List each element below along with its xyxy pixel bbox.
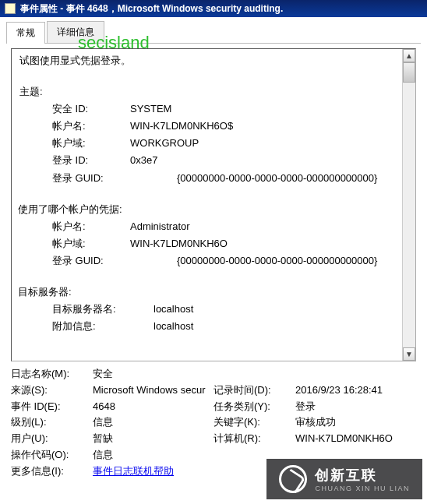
scroll-down-button[interactable]: ▼ <box>403 347 415 361</box>
label: 事件 ID(E): <box>11 399 93 415</box>
help-link[interactable]: 事件日志联机帮助 <box>93 463 174 480</box>
value: {00000000-0000-0000-0000-000000000000} <box>177 252 377 270</box>
label: 安全 ID: <box>52 100 130 118</box>
more-info: 更多信息(I): 事件日志联机帮助 <box>11 463 214 480</box>
scrollbar[interactable]: ▲ ▼ <box>402 49 415 361</box>
label: 用户(U): <box>11 431 93 447</box>
scroll-thumb[interactable] <box>403 62 415 83</box>
target-server-heading: 目标服务器: <box>18 284 408 301</box>
window-title: 事件属性 - 事件 4648，Microsoft Windows securit… <box>20 2 283 16</box>
value: 安全 <box>93 366 113 382</box>
value: 0x3e7 <box>130 152 157 169</box>
label: 附加信息: <box>52 318 154 335</box>
app-icon <box>5 3 16 14</box>
used-account-name: 帐户名: Administrator <box>19 218 408 235</box>
opcode: 操作代码(O): 信息 <box>11 447 214 463</box>
brand-mark-icon <box>279 465 307 493</box>
used-account-logon-guid: 登录 GUID: {00000000-0000-0000-0000-000000… <box>19 252 408 270</box>
task-category: 任务类别(Y): 登录 <box>214 399 416 415</box>
subject-logon-id: 登录 ID: 0x3e7 <box>19 152 408 169</box>
value: {00000000-0000-0000-0000-000000000000} <box>177 170 377 187</box>
value: WIN-K7LDM0NKH6O$ <box>130 118 233 135</box>
event-description-pane: 试图使用显式凭据登录。 主题: 安全 ID: SYSTEM 帐户名: WIN-K… <box>11 48 416 361</box>
source: 来源(S): Microsoft Windows secur <box>11 382 214 399</box>
tab-details[interactable]: 详细信息 <box>47 21 104 43</box>
level: 级别(L): 信息 <box>11 414 214 431</box>
subject-heading: 主题: <box>19 83 408 100</box>
subject-logon-guid: 登录 GUID: {00000000-0000-0000-0000-000000… <box>19 170 408 187</box>
label: 任务类别(Y): <box>214 399 295 415</box>
tab-general[interactable]: 常规 <box>6 22 45 44</box>
label: 帐户名: <box>52 118 130 135</box>
label: 帐户域: <box>52 235 130 252</box>
event-id: 事件 ID(E): 4648 <box>11 399 214 415</box>
subject-account-name: 帐户名: WIN-K7LDM0NKH6O$ <box>19 118 408 135</box>
label: 操作代码(O): <box>11 447 93 463</box>
subject-security-id: 安全 ID: SYSTEM <box>19 100 408 118</box>
value: SYSTEM <box>130 100 171 118</box>
label: 记录时间(D): <box>214 382 295 399</box>
used-account-heading: 使用了哪个帐户的凭据: <box>18 201 408 218</box>
brand-overlay: 创新互联 CHUANG XIN HU LIAN <box>266 459 422 499</box>
value: 登录 <box>295 399 316 415</box>
label: 帐户名: <box>52 218 130 235</box>
value: WIN-K7LDM0NKH6O <box>295 431 393 447</box>
label: 来源(S): <box>11 382 93 399</box>
value: Administrator <box>130 218 190 235</box>
target-server-add-info: 附加信息: localhost <box>19 318 408 335</box>
user: 用户(U): 暂缺 <box>11 431 214 447</box>
value: 信息 <box>93 447 113 463</box>
used-account-domain: 帐户域: WIN-K7LDM0NKH6O <box>19 235 408 252</box>
label: 日志名称(M): <box>11 366 93 382</box>
value: WIN-K7LDM0NKH6O <box>130 235 228 252</box>
value: Microsoft Windows secur <box>93 382 205 399</box>
subject-account-domain: 帐户域: WORKGROUP <box>19 135 408 152</box>
label: 目标服务器名: <box>52 301 154 318</box>
scroll-up-button[interactable]: ▲ <box>403 49 415 62</box>
label: 关键字(K): <box>214 414 295 431</box>
label: 更多信息(I): <box>11 463 93 480</box>
brand-text: 创新互联 <box>315 466 410 485</box>
value: localhost <box>154 318 193 335</box>
label: 登录 GUID: <box>52 170 177 187</box>
value: localhost <box>154 301 193 318</box>
value: WORKGROUP <box>130 135 199 152</box>
value: 审核成功 <box>295 414 336 431</box>
tabs: 常规 详细信息 <box>6 21 421 44</box>
computer: 计算机(R): WIN-K7LDM0NKH6O <box>214 431 416 447</box>
label: 登录 GUID: <box>52 252 177 270</box>
label: 计算机(R): <box>214 431 295 447</box>
value: 2016/9/23 16:28:41 <box>295 382 383 399</box>
titlebar: 事件属性 - 事件 4648，Microsoft Windows securit… <box>0 0 427 17</box>
value: 4648 <box>93 399 115 415</box>
label: 级别(L): <box>11 414 93 431</box>
value: 暂缺 <box>93 431 113 447</box>
label: 帐户域: <box>52 135 130 152</box>
log-name: 日志名称(M): 安全 <box>11 366 214 382</box>
intro-text: 试图使用显式凭据登录。 <box>19 52 408 69</box>
logged-time: 记录时间(D): 2016/9/23 16:28:41 <box>214 382 416 399</box>
value: 信息 <box>93 414 113 431</box>
brand-subtext: CHUANG XIN HU LIAN <box>315 485 410 492</box>
label: 登录 ID: <box>52 152 130 169</box>
target-server-name: 目标服务器名: localhost <box>19 301 408 318</box>
keywords: 关键字(K): 审核成功 <box>214 414 416 431</box>
